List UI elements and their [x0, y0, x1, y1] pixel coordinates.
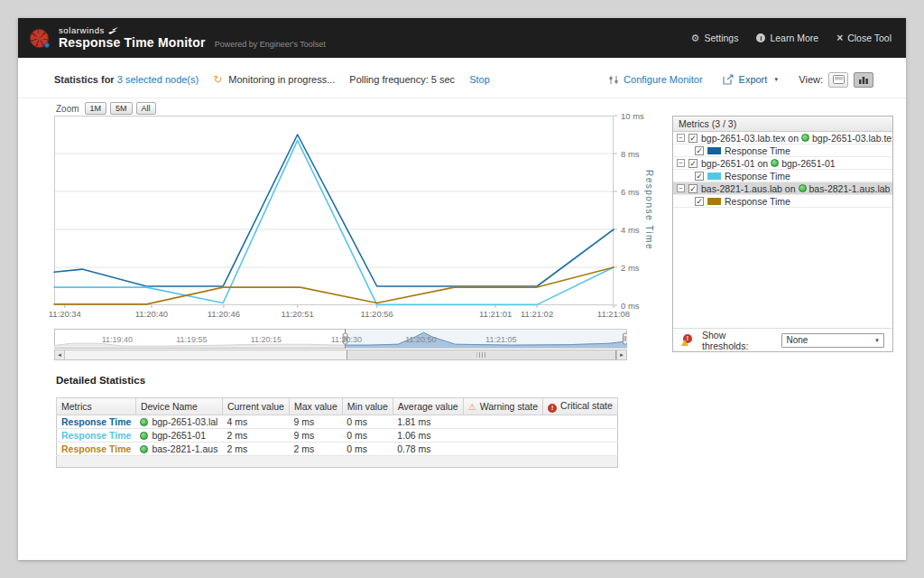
zoom-controls: Zoom 1M 5M All — [56, 102, 156, 115]
current-value: 2 ms — [222, 443, 289, 456]
min-value: 0 ms — [342, 443, 393, 456]
thresholds-bar: ! Show thresholds: None ▼ — [673, 328, 892, 351]
chart-navigator[interactable]: 11:19:4011:19:5511:20:1511:20:3011:20:50… — [54, 329, 627, 349]
thresholds-label: Show thresholds: — [702, 330, 773, 351]
x-tick-label: 11:21:02 — [521, 309, 553, 319]
collapse-icon[interactable]: − — [677, 159, 685, 167]
table-footer-strip — [57, 456, 618, 468]
titlebar: solarwinds Response Time Monitor Powered… — [18, 18, 906, 58]
series-color-swatch — [707, 172, 721, 180]
navigator-handle[interactable] — [343, 333, 347, 344]
export-label: Export — [739, 74, 768, 85]
navigator-overview[interactable] — [54, 329, 627, 349]
collapse-icon[interactable]: − — [677, 184, 685, 192]
group-checkbox[interactable]: ✓ — [688, 134, 698, 143]
metric-group-row[interactable]: − ✓ bgp-2651-01 on bgp-2651-01 — [673, 157, 892, 170]
configure-monitor-label: Configure Monitor — [624, 74, 702, 85]
metric-group-row[interactable]: − ✓ bas-2821-1.aus.lab on bas-2821-1.aus… — [673, 182, 892, 195]
metric-link[interactable]: Response Time — [57, 415, 136, 429]
spinner-icon: ↻ — [213, 73, 222, 86]
stop-link[interactable]: Stop — [469, 74, 490, 85]
learn-more-label: Learn More — [770, 33, 818, 43]
statistics-for: Statistics for 3 selected node(s) — [54, 74, 199, 85]
logo-dot — [44, 42, 50, 48]
table-row[interactable]: Response Time bgp-2651-01 2 ms 9 ms 0 ms… — [57, 429, 618, 443]
chart-view-icon — [858, 75, 869, 84]
toolbar: Configure Monitor Export ▼ View: — [608, 70, 873, 89]
metric-label: Response Time — [725, 145, 790, 156]
group-device: bgp-2651-01 — [781, 158, 836, 169]
col-average-value[interactable]: Average value — [393, 398, 463, 415]
x-tick-label: 11:20:40 — [135, 309, 168, 319]
col-metrics[interactable]: Metrics — [57, 398, 136, 415]
collapse-icon[interactable]: − — [677, 134, 685, 142]
col-warning-state[interactable]: ⚠Warning state — [463, 398, 542, 415]
critical-state — [543, 415, 618, 429]
critical-state — [543, 429, 618, 443]
view-table-button[interactable] — [828, 72, 848, 88]
navigator-handle[interactable] — [624, 333, 628, 344]
powered-by: Powered by Engineer's Toolset — [215, 41, 326, 50]
group-checkbox[interactable]: ✓ — [688, 159, 698, 168]
export-button[interactable]: Export ▼ — [723, 74, 780, 85]
learn-more-button[interactable]: i Learn More — [756, 33, 818, 43]
selected-nodes-link[interactable]: 3 selected node(s) — [117, 74, 199, 85]
chart-scrollbar[interactable]: ◄ ► — [54, 350, 627, 360]
chart-plot-area — [54, 116, 614, 305]
group-label: bgp-2651-03.lab.tex on — [701, 133, 799, 144]
zoom-all-button[interactable]: All — [136, 102, 156, 115]
max-value: 2 ms — [289, 443, 342, 456]
scroll-right-button[interactable]: ► — [616, 350, 626, 359]
group-device: bgp-2651-03.lab.tex — [812, 133, 892, 144]
metric-row[interactable]: ✓ Response Time — [673, 195, 892, 208]
x-tick-label: 11:20:34 — [49, 309, 81, 319]
view-chart-button[interactable] — [854, 72, 873, 88]
response-time-chart — [54, 116, 614, 305]
metric-checkbox[interactable]: ✓ — [695, 172, 704, 181]
chevron-down-icon: ▼ — [874, 338, 880, 343]
app-window: solarwinds Response Time Monitor Powered… — [18, 18, 906, 560]
status-up-icon — [140, 445, 148, 453]
detailed-statistics-table: Metrics Device Name Current value Max va… — [56, 397, 618, 468]
metric-link[interactable]: Response Time — [57, 443, 136, 456]
max-value: 9 ms — [289, 415, 342, 429]
group-label: bgp-2651-01 on — [701, 158, 768, 169]
scrollbar-thumb[interactable] — [346, 350, 616, 359]
x-tick-label: 11:21:08 — [597, 309, 630, 319]
metric-link[interactable]: Response Time — [57, 429, 136, 443]
group-checkbox[interactable]: ✓ — [688, 184, 698, 193]
average-value: 0.78 ms — [393, 443, 463, 456]
thresholds-select[interactable]: None ▼ — [781, 333, 884, 348]
titlebar-menu: ⚙ Settings i Learn More × Close Tool — [691, 32, 892, 44]
close-tool-button[interactable]: × Close Tool — [836, 32, 892, 44]
col-current-value[interactable]: Current value — [222, 398, 289, 415]
metric-checkbox[interactable]: ✓ — [695, 146, 704, 155]
table-row[interactable]: Response Time bgp-2651-03.lal 4 ms 9 ms … — [57, 415, 618, 429]
col-device-name[interactable]: Device Name — [135, 398, 222, 415]
configure-monitor-button[interactable]: Configure Monitor — [608, 74, 702, 85]
table-row[interactable]: Response Time bas-2821-1.aus 2 ms 2 ms 0… — [57, 443, 618, 456]
col-min-value[interactable]: Min value — [342, 398, 393, 415]
settings-button[interactable]: ⚙ Settings — [691, 33, 739, 44]
average-value: 1.06 ms — [393, 429, 463, 443]
zoom-5m-button[interactable]: 5M — [110, 102, 133, 115]
average-value: 1.81 ms — [393, 415, 463, 429]
metric-row[interactable]: ✓ Response Time — [673, 144, 892, 157]
x-tick-label: 11:20:51 — [282, 309, 314, 319]
status-up-icon — [771, 159, 779, 167]
x-tick-label: 11:21:01 — [479, 309, 512, 319]
solarwinds-logo-icon — [30, 29, 49, 48]
min-value: 0 ms — [342, 429, 393, 443]
col-critical-state[interactable]: !Critical state — [543, 398, 618, 415]
col-max-value[interactable]: Max value — [289, 398, 342, 415]
metric-group-row[interactable]: − ✓ bgp-2651-03.lab.tex on bgp-2651-03.l… — [673, 132, 892, 144]
max-value: 9 ms — [289, 429, 342, 443]
current-value: 4 ms — [222, 415, 289, 429]
scroll-left-button[interactable]: ◄ — [55, 350, 65, 359]
zoom-1m-button[interactable]: 1M — [85, 102, 107, 115]
view-label: View: — [799, 74, 823, 85]
metric-checkbox[interactable]: ✓ — [695, 197, 704, 206]
device-name: bas-2821-1.aus — [152, 443, 217, 454]
warning-icon — [681, 340, 688, 346]
metric-row[interactable]: ✓ Response Time — [673, 170, 892, 182]
